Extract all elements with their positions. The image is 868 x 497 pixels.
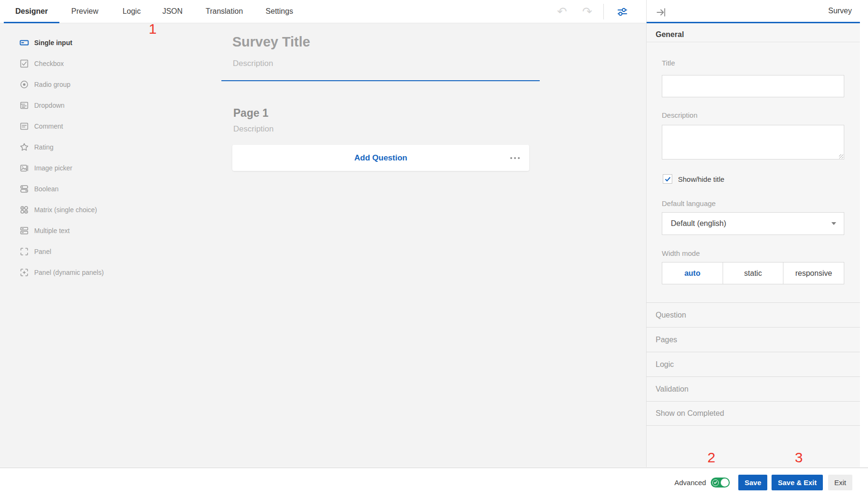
width-mode-responsive[interactable]: responsive — [783, 263, 844, 284]
checkbox-icon — [19, 59, 29, 68]
advanced-toggle[interactable] — [711, 478, 730, 488]
accordion-label: Question — [656, 311, 686, 319]
checkmark-icon — [665, 177, 671, 182]
exit-button[interactable]: Exit — [828, 475, 852, 490]
toolbox-item-label: Multiple text — [34, 227, 70, 234]
segment-label: static — [744, 269, 762, 278]
accordion-logic[interactable]: Logic — [646, 352, 860, 376]
creator-settings-button[interactable] — [613, 4, 632, 19]
default-language-value: Default (english) — [671, 219, 726, 228]
single-input-icon — [19, 38, 29, 47]
dot-icon — [510, 157, 512, 159]
accordion-show-on-completed[interactable]: Show on Completed — [646, 401, 860, 426]
toolbox-item-multiple-text[interactable]: Multiple text — [19, 220, 176, 241]
toggle-knob — [721, 478, 729, 487]
dot-icon — [514, 157, 516, 159]
footer-bar: Advanced Save Save & Exit Exit — [0, 468, 868, 497]
page-menu-button[interactable] — [510, 145, 520, 171]
toolbox-item-label: Boolean — [34, 185, 58, 193]
redo-button[interactable]: ↷ — [578, 4, 597, 19]
width-mode-auto[interactable]: auto — [662, 263, 723, 284]
title-input[interactable] — [662, 75, 844, 97]
show-hide-title-label: Show/hide title — [678, 175, 725, 183]
toolbox-item-panel-dynamic[interactable]: Panel (dynamic panels) — [19, 262, 176, 283]
collapse-panel-button[interactable] — [652, 5, 671, 19]
annotation-3: 3 — [795, 450, 803, 465]
toolbox-item-radio-group[interactable]: Radio group — [19, 74, 176, 95]
accordion-question[interactable]: Question — [646, 302, 860, 327]
chevron-down-icon — [831, 222, 836, 225]
textarea-resize-handle[interactable] — [839, 154, 843, 159]
tab-preview-label: Preview — [71, 7, 98, 16]
collapse-panel-icon — [656, 7, 667, 18]
default-language-label: Default language — [662, 199, 715, 207]
top-tab-bar: Designer Preview Logic JSON Translation … — [0, 0, 646, 23]
comment-icon — [19, 122, 29, 131]
show-hide-title-checkbox[interactable] — [663, 174, 672, 184]
accordion-validation[interactable]: Validation — [646, 376, 860, 401]
toolbox-item-label: Panel — [34, 248, 51, 255]
toolbox-item-boolean[interactable]: Boolean — [19, 178, 176, 199]
show-hide-title-row[interactable]: Show/hide title — [663, 174, 725, 184]
tab-settings[interactable]: Settings — [255, 0, 304, 23]
accordion-label: Pages — [656, 336, 677, 344]
advanced-label: Advanced — [675, 478, 706, 487]
page-title-placeholder[interactable]: Page 1 — [233, 107, 268, 120]
add-question-label: Add Question — [354, 153, 407, 163]
rating-star-icon — [19, 142, 29, 152]
tab-preview[interactable]: Preview — [61, 0, 109, 23]
default-language-select[interactable]: Default (english) — [662, 212, 844, 235]
page-description-placeholder[interactable]: Description — [233, 124, 274, 134]
image-picker-icon — [19, 163, 29, 173]
general-section-header[interactable]: General — [656, 30, 684, 39]
tab-translation[interactable]: Translation — [194, 0, 255, 23]
toolbox-item-label: Image picker — [34, 164, 72, 172]
toolbox-item-image-picker[interactable]: Image picker — [19, 158, 176, 178]
save-button[interactable]: Save — [738, 475, 767, 490]
panel-title: Survey — [828, 7, 852, 15]
panel-dynamic-icon — [19, 268, 29, 277]
tab-logic-label: Logic — [123, 7, 141, 16]
toolbox-item-label: Single input — [34, 39, 72, 47]
tab-designer-label: Designer — [15, 7, 48, 16]
tab-settings-label: Settings — [266, 7, 293, 16]
width-mode-segments: auto static responsive — [662, 262, 844, 284]
matrix-icon — [19, 205, 29, 215]
accordion-label: Show on Completed — [656, 409, 724, 418]
radio-group-icon — [19, 80, 29, 89]
toolbox-item-rating[interactable]: Rating — [19, 137, 176, 158]
survey-title-placeholder[interactable]: Survey Title — [232, 34, 310, 50]
tab-designer[interactable]: Designer — [4, 0, 59, 23]
add-question-button[interactable]: Add Question — [232, 145, 529, 171]
survey-description-placeholder[interactable]: Description — [233, 59, 273, 68]
save-button-label: Save — [744, 478, 761, 487]
tab-logic[interactable]: Logic — [112, 0, 151, 23]
segment-label: responsive — [795, 269, 832, 278]
accordion-label: Validation — [656, 385, 688, 394]
multiple-text-icon — [19, 226, 29, 235]
width-mode-label: Width mode — [662, 249, 700, 257]
toolbox-item-label: Dropdown — [34, 102, 65, 109]
tab-translation-label: Translation — [206, 7, 243, 16]
description-textarea[interactable] — [662, 125, 844, 159]
dropdown-icon — [19, 101, 29, 110]
save-exit-button[interactable]: Save & Exit — [772, 475, 823, 490]
redo-icon: ↷ — [582, 6, 592, 18]
toolbox-item-label: Checkbox — [34, 60, 64, 67]
toolbox-item-matrix-single-choice[interactable]: Matrix (single choice) — [19, 199, 176, 220]
tab-json-label: JSON — [162, 7, 183, 16]
toolbox-item-label: Comment — [34, 122, 63, 130]
undo-button[interactable]: ↶ — [553, 4, 572, 19]
toolbox-item-panel[interactable]: Panel — [19, 241, 176, 262]
exit-button-label: Exit — [834, 478, 846, 487]
toolbar-divider — [603, 4, 604, 19]
toolbox-item-comment[interactable]: Comment — [19, 116, 176, 137]
segment-label: auto — [684, 269, 700, 278]
panel-icon — [19, 247, 29, 256]
toolbox-item-dropdown[interactable]: Dropdown — [19, 95, 176, 116]
width-mode-static[interactable]: static — [723, 263, 784, 284]
tab-json[interactable]: JSON — [153, 0, 192, 23]
accordion-pages[interactable]: Pages — [646, 327, 860, 352]
toolbox-item-label: Matrix (single choice) — [34, 206, 97, 214]
toolbox-item-checkbox[interactable]: Checkbox — [19, 53, 176, 74]
